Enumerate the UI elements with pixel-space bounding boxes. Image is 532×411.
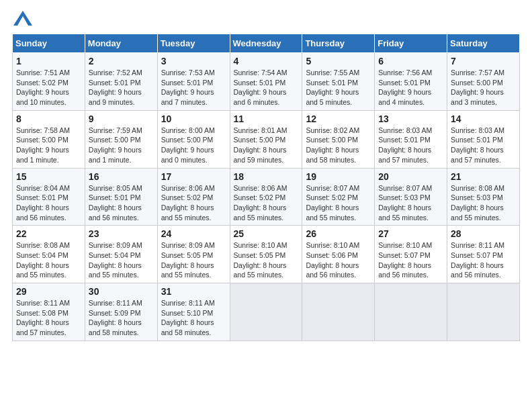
calendar-day-cell: 3Sunrise: 7:53 AMSunset: 5:01 PMDaylight… — [157, 53, 230, 111]
day-number: 21 — [451, 171, 516, 182]
calendar-day-cell: 15Sunrise: 8:04 AMSunset: 5:01 PMDayligh… — [13, 168, 85, 226]
calendar-day-cell: 18Sunrise: 8:06 AMSunset: 5:02 PMDayligh… — [230, 168, 302, 226]
day-number: 10 — [161, 113, 226, 124]
calendar-day-cell: 26Sunrise: 8:10 AMSunset: 5:06 PMDayligh… — [302, 226, 375, 283]
day-info: Sunrise: 7:56 AMSunset: 5:01 PMDaylight:… — [378, 68, 443, 107]
day-number: 7 — [451, 56, 516, 66]
calendar-day-cell: 10Sunrise: 8:00 AMSunset: 5:00 PMDayligh… — [157, 110, 230, 168]
weekday-header: Monday — [85, 34, 157, 53]
day-info: Sunrise: 8:07 AMSunset: 5:03 PMDaylight:… — [378, 183, 443, 223]
weekday-header: Sunday — [13, 34, 85, 53]
day-info: Sunrise: 8:05 AMSunset: 5:01 PMDaylight:… — [89, 183, 154, 223]
day-info: Sunrise: 7:54 AMSunset: 5:01 PMDaylight:… — [234, 68, 299, 107]
calendar-day-cell: 7Sunrise: 7:57 AMSunset: 5:00 PMDaylight… — [447, 53, 520, 111]
day-info: Sunrise: 8:04 AMSunset: 5:01 PMDaylight:… — [16, 183, 81, 223]
header — [12, 12, 520, 27]
day-number: 6 — [378, 56, 443, 66]
day-number: 25 — [234, 228, 299, 239]
day-info: Sunrise: 8:09 AMSunset: 5:05 PMDaylight:… — [161, 240, 226, 280]
day-number: 24 — [161, 228, 226, 239]
calendar-day-cell: 19Sunrise: 8:07 AMSunset: 5:02 PMDayligh… — [302, 168, 375, 226]
day-info: Sunrise: 8:08 AMSunset: 5:04 PMDaylight:… — [16, 240, 81, 280]
day-info: Sunrise: 8:11 AMSunset: 5:08 PMDaylight:… — [16, 298, 81, 338]
calendar-day-cell — [230, 283, 302, 341]
calendar-week-row: 8Sunrise: 7:58 AMSunset: 5:00 PMDaylight… — [13, 110, 520, 168]
calendar-day-cell: 4Sunrise: 7:54 AMSunset: 5:01 PMDaylight… — [230, 53, 302, 111]
day-number: 27 — [378, 228, 443, 239]
calendar-day-cell: 12Sunrise: 8:02 AMSunset: 5:00 PMDayligh… — [302, 110, 375, 168]
day-number: 8 — [16, 113, 81, 124]
day-info: Sunrise: 8:10 AMSunset: 5:05 PMDaylight:… — [234, 240, 299, 280]
day-info: Sunrise: 8:08 AMSunset: 5:03 PMDaylight:… — [451, 183, 516, 223]
day-number: 22 — [16, 228, 81, 239]
calendar-day-cell: 20Sunrise: 8:07 AMSunset: 5:03 PMDayligh… — [375, 168, 447, 226]
day-info: Sunrise: 8:11 AMSunset: 5:09 PMDaylight:… — [89, 298, 154, 338]
day-info: Sunrise: 8:07 AMSunset: 5:02 PMDaylight:… — [306, 183, 371, 223]
calendar-day-cell: 8Sunrise: 7:58 AMSunset: 5:00 PMDaylight… — [13, 110, 85, 168]
calendar-day-cell — [447, 283, 520, 341]
calendar-day-cell: 28Sunrise: 8:11 AMSunset: 5:07 PMDayligh… — [447, 226, 520, 283]
calendar-day-cell: 9Sunrise: 7:59 AMSunset: 5:00 PMDaylight… — [85, 110, 157, 168]
day-number: 11 — [234, 113, 299, 124]
calendar-day-cell: 21Sunrise: 8:08 AMSunset: 5:03 PMDayligh… — [447, 168, 520, 226]
calendar-day-cell: 17Sunrise: 8:06 AMSunset: 5:02 PMDayligh… — [157, 168, 230, 226]
calendar-day-cell: 16Sunrise: 8:05 AMSunset: 5:01 PMDayligh… — [85, 168, 157, 226]
day-number: 20 — [378, 171, 443, 182]
day-info: Sunrise: 7:52 AMSunset: 5:01 PMDaylight:… — [89, 68, 154, 107]
calendar-week-row: 22Sunrise: 8:08 AMSunset: 5:04 PMDayligh… — [13, 226, 520, 283]
logo-icon — [13, 11, 32, 26]
weekday-header: Thursday — [302, 34, 375, 53]
calendar-day-cell: 24Sunrise: 8:09 AMSunset: 5:05 PMDayligh… — [157, 226, 230, 283]
calendar-week-row: 1Sunrise: 7:51 AMSunset: 5:02 PMDaylight… — [13, 53, 520, 111]
calendar-table: SundayMondayTuesdayWednesdayThursdayFrid… — [12, 34, 520, 341]
day-number: 5 — [306, 56, 371, 66]
day-number: 2 — [89, 56, 154, 66]
day-number: 12 — [306, 113, 371, 124]
calendar-day-cell — [302, 283, 375, 341]
day-number: 4 — [234, 56, 299, 66]
calendar-day-cell: 29Sunrise: 8:11 AMSunset: 5:08 PMDayligh… — [13, 283, 85, 341]
day-info: Sunrise: 7:53 AMSunset: 5:01 PMDaylight:… — [161, 68, 226, 107]
day-number: 18 — [234, 171, 299, 182]
header-row: SundayMondayTuesdayWednesdayThursdayFrid… — [13, 34, 520, 53]
day-number: 19 — [306, 171, 371, 182]
calendar-day-cell: 31Sunrise: 8:11 AMSunset: 5:10 PMDayligh… — [157, 283, 230, 341]
day-number: 15 — [16, 171, 81, 182]
calendar-day-cell: 23Sunrise: 8:09 AMSunset: 5:04 PMDayligh… — [85, 226, 157, 283]
calendar-day-cell: 13Sunrise: 8:03 AMSunset: 5:01 PMDayligh… — [375, 110, 447, 168]
logo-text — [12, 12, 32, 27]
day-info: Sunrise: 8:01 AMSunset: 5:00 PMDaylight:… — [234, 126, 299, 165]
day-info: Sunrise: 8:00 AMSunset: 5:00 PMDaylight:… — [161, 126, 226, 165]
day-number: 3 — [161, 56, 226, 66]
day-info: Sunrise: 8:11 AMSunset: 5:07 PMDaylight:… — [451, 240, 516, 280]
page-container: SundayMondayTuesdayWednesdayThursdayFrid… — [0, 0, 532, 348]
day-info: Sunrise: 7:59 AMSunset: 5:00 PMDaylight:… — [89, 126, 154, 165]
day-number: 31 — [161, 286, 226, 297]
day-info: Sunrise: 8:09 AMSunset: 5:04 PMDaylight:… — [89, 240, 154, 280]
calendar-day-cell: 6Sunrise: 7:56 AMSunset: 5:01 PMDaylight… — [375, 53, 447, 111]
day-info: Sunrise: 8:11 AMSunset: 5:10 PMDaylight:… — [161, 298, 226, 338]
calendar-day-cell: 5Sunrise: 7:55 AMSunset: 5:01 PMDaylight… — [302, 53, 375, 111]
day-info: Sunrise: 8:03 AMSunset: 5:01 PMDaylight:… — [451, 126, 516, 165]
day-number: 17 — [161, 171, 226, 182]
day-info: Sunrise: 8:02 AMSunset: 5:00 PMDaylight:… — [306, 126, 371, 165]
calendar-day-cell: 27Sunrise: 8:10 AMSunset: 5:07 PMDayligh… — [375, 226, 447, 283]
day-info: Sunrise: 7:51 AMSunset: 5:02 PMDaylight:… — [16, 68, 81, 107]
day-number: 1 — [16, 56, 81, 66]
calendar-day-cell: 25Sunrise: 8:10 AMSunset: 5:05 PMDayligh… — [230, 226, 302, 283]
calendar-day-cell — [375, 283, 447, 341]
day-info: Sunrise: 8:06 AMSunset: 5:02 PMDaylight:… — [161, 183, 226, 223]
calendar-header: SundayMondayTuesdayWednesdayThursdayFrid… — [13, 34, 520, 53]
day-info: Sunrise: 7:57 AMSunset: 5:00 PMDaylight:… — [451, 68, 516, 107]
day-number: 30 — [89, 286, 154, 297]
calendar-day-cell: 22Sunrise: 8:08 AMSunset: 5:04 PMDayligh… — [13, 226, 85, 283]
weekday-header: Wednesday — [230, 34, 302, 53]
day-info: Sunrise: 7:58 AMSunset: 5:00 PMDaylight:… — [16, 126, 81, 165]
day-number: 13 — [378, 113, 443, 124]
calendar-day-cell: 30Sunrise: 8:11 AMSunset: 5:09 PMDayligh… — [85, 283, 157, 341]
day-number: 9 — [89, 113, 154, 124]
day-info: Sunrise: 8:10 AMSunset: 5:07 PMDaylight:… — [378, 240, 443, 280]
weekday-header: Saturday — [447, 34, 520, 53]
day-number: 28 — [451, 228, 516, 239]
weekday-header: Tuesday — [157, 34, 230, 53]
